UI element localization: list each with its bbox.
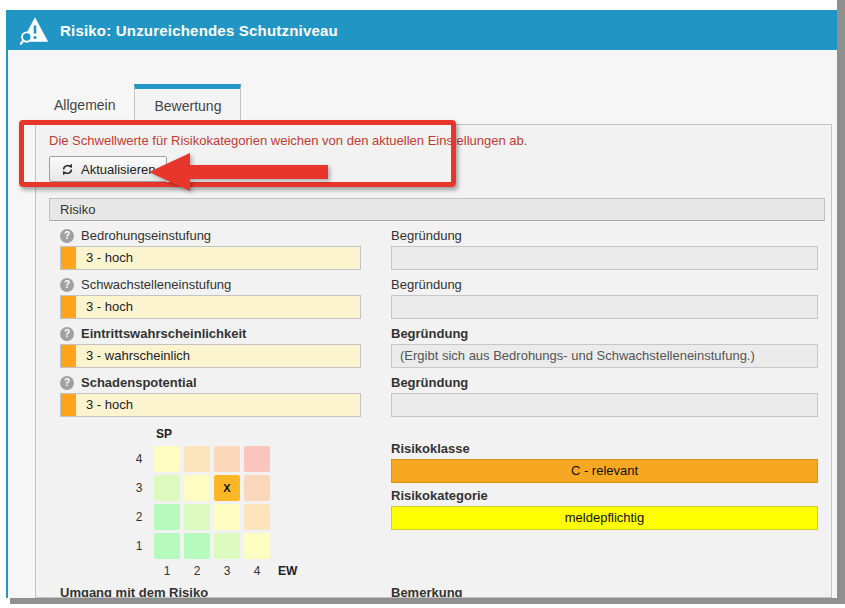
matrix-row-label: 2 (128, 510, 150, 524)
bewertung-tab-panel: Die Schwellwerte für Risikokategorien we… (35, 124, 832, 598)
aktualisieren-button-label: Aktualisieren (81, 162, 155, 177)
help-icon[interactable]: ? (60, 229, 74, 243)
matrix-col-label: 3 (214, 563, 240, 579)
results-column: Risikoklasse C - relevant Risikokategori… (391, 427, 818, 579)
schadenspotential-label: Schadenspotential (81, 375, 197, 391)
matrix-cell-selected: X (214, 475, 240, 501)
matrix-cell (184, 533, 210, 559)
risk-matrix: SP 43X211234EW (128, 427, 361, 579)
field-row-schadenspotential: ? Schadenspotential 3 - hoch Begründung (36, 375, 831, 417)
matrix-cell (154, 504, 180, 530)
matrix-cell (244, 475, 270, 501)
matrix-row-label: 1 (128, 539, 150, 553)
eintrittswahrscheinlichkeit-value: 3 - wahrscheinlich (76, 345, 190, 367)
window-bottom-border (10, 598, 845, 604)
tab-bewertung[interactable]: Bewertung (134, 84, 241, 125)
field-row-bedrohung: ? Bedrohungseinstufung 3 - hoch Begründu… (36, 228, 831, 270)
schwachstelleneinstufung-value: 3 - hoch (76, 296, 133, 318)
aktualisieren-button[interactable]: Aktualisieren (49, 156, 167, 182)
matrix-col-label: 2 (184, 563, 210, 579)
begruendung-input[interactable]: (Ergibt sich aus Bedrohungs- und Schwach… (391, 344, 818, 368)
matrix-cell (244, 533, 270, 559)
matrix-y-axis-label: SP (156, 427, 361, 443)
tab-allgemein[interactable]: Allgemein (35, 85, 134, 125)
refresh-icon (61, 163, 74, 176)
window-titlebar: Risiko: Unzureichendes Schutzniveau (8, 10, 837, 50)
eintrittswahrscheinlichkeit-select[interactable]: 3 - wahrscheinlich (60, 344, 361, 368)
threshold-warning-text: Die Schwellwerte für Risikokategorien we… (49, 133, 831, 148)
schadenspotential-select[interactable]: 3 - hoch (60, 393, 361, 417)
matrix-cell (244, 446, 270, 472)
help-icon[interactable]: ? (60, 327, 74, 341)
matrix-x-axis-label: EW (278, 564, 297, 578)
risk-warning-icon (20, 15, 50, 45)
begruendung-input[interactable] (391, 295, 818, 319)
matrix-cell (184, 446, 210, 472)
begruendung-label: Begründung (391, 375, 818, 391)
matrix-cell (184, 504, 210, 530)
schwachstelleneinstufung-select[interactable]: 3 - hoch (60, 295, 361, 319)
bedrohungseinstufung-value: 3 - hoch (76, 247, 133, 269)
begruendung-input[interactable] (391, 246, 818, 270)
bedrohungseinstufung-select[interactable]: 3 - hoch (60, 246, 361, 270)
umgang-label: Umgang mit dem Risiko (60, 585, 361, 598)
matrix-row-label: 3 (128, 481, 150, 495)
help-icon[interactable]: ? (60, 278, 74, 292)
matrix-col-label: 4 (244, 563, 270, 579)
risikoklasse-bar: C - relevant (391, 459, 818, 483)
begruendung-label: Begründung (391, 277, 818, 293)
field-row-schwachstelle: ? Schwachstelleneinstufung 3 - hoch Begr… (36, 277, 831, 319)
matrix-cell (214, 446, 240, 472)
bedrohungseinstufung-label: Bedrohungseinstufung (81, 228, 211, 244)
rating-color-strip (61, 345, 76, 367)
field-row-eintrittswahrscheinlichkeit: ? Eintrittswahrscheinlichkeit 3 - wahrsc… (36, 326, 831, 368)
bottom-row: Umgang mit dem Risiko behandeln Bemerkun… (36, 585, 831, 598)
matrix-cell (154, 533, 180, 559)
matrix-results-row: SP 43X211234EW Risikoklasse C - relevant… (36, 427, 831, 579)
begruendung-input[interactable] (391, 393, 818, 417)
matrix-cell (154, 475, 180, 501)
tab-bar: Allgemein Bewertung (35, 84, 837, 125)
begruendung-label: Begründung (391, 326, 818, 342)
risiko-section-header: Risiko (49, 198, 825, 221)
matrix-col-label: 1 (154, 563, 180, 579)
rating-color-strip (61, 247, 76, 269)
matrix-cell (184, 475, 210, 501)
risikoklasse-label: Risikoklasse (391, 441, 818, 457)
risk-matrix-grid: 43X211234EW (128, 446, 361, 579)
risiko-fields: ? Bedrohungseinstufung 3 - hoch Begründu… (36, 228, 831, 417)
matrix-cell (214, 533, 240, 559)
matrix-cell (154, 446, 180, 472)
bemerkung-label: Bemerkung (391, 585, 818, 598)
begruendung-label: Begründung (391, 228, 818, 244)
risikokategorie-label: Risikokategorie (391, 488, 818, 504)
window-right-border (837, 0, 845, 604)
risk-detail-window: Risiko: Unzureichendes Schutzniveau Allg… (6, 10, 837, 598)
rating-color-strip (61, 296, 76, 318)
matrix-cell (214, 504, 240, 530)
window-title: Risiko: Unzureichendes Schutzniveau (60, 22, 338, 39)
matrix-cell (244, 504, 270, 530)
schadenspotential-value: 3 - hoch (76, 394, 133, 416)
rating-color-strip (61, 394, 76, 416)
risikokategorie-bar: meldepflichtig (391, 506, 818, 530)
matrix-row-label: 4 (128, 452, 150, 466)
help-icon[interactable]: ? (60, 376, 74, 390)
schwachstelleneinstufung-label: Schwachstelleneinstufung (81, 277, 231, 293)
eintrittswahrscheinlichkeit-label: Eintrittswahrscheinlichkeit (81, 326, 246, 342)
